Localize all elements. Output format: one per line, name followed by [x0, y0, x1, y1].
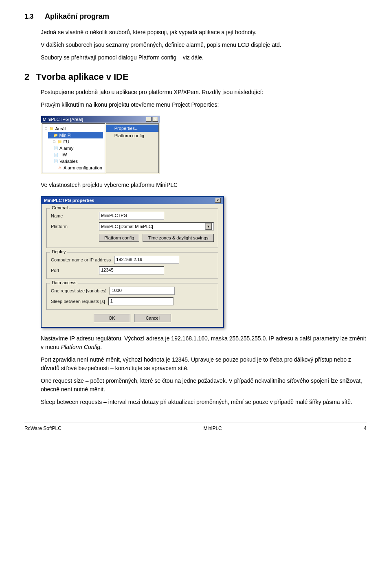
section2-intro: Postupujeme podobně jako u aplikace pro … [41, 88, 367, 97]
footer-center: MiniPLC [203, 426, 222, 431]
tree-item-areal: □ 📁 Areál [44, 125, 103, 132]
ctx-popup-properties[interactable]: Properties... [106, 125, 158, 132]
folder-icon: 📁 [48, 126, 54, 132]
platform-row: Platform MiniPLC [Domat MiniPLC] ▼ [51, 222, 214, 230]
props-dialog: MiniPLCTPG properties × General Name Min… [41, 196, 224, 328]
data-access-group: Data access One request size [variables]… [46, 283, 218, 310]
doc-icon-3: 📄 [53, 158, 59, 164]
port-row: Port 12345 [51, 266, 214, 274]
cancel-button[interactable]: Cancel [134, 314, 171, 322]
ctx-titlebar: MiniPLCTPG [Areál] _ × [41, 116, 160, 123]
platform-dropdown[interactable]: MiniPLC [Domat MiniPLC] ▼ [99, 222, 214, 230]
data-access-group-label: Data access [50, 280, 78, 285]
ctx-minimize-btn[interactable]: _ [146, 117, 152, 122]
request-size-label: One request size [variables] [51, 288, 106, 293]
props-dialog-screenshot: MiniPLCTPG properties × General Name Min… [41, 196, 367, 328]
chapter-num-2: 2 [24, 72, 29, 82]
props-close-btn[interactable]: × [215, 198, 221, 203]
dropdown-arrow[interactable]: ▼ [205, 223, 212, 230]
time-zones-btn[interactable]: Time zones & daylight savings [143, 234, 213, 242]
tree-item-fu: □ 📁 FU [52, 138, 103, 145]
doc-icon-2: 📄 [53, 152, 59, 158]
general-group-label: General [50, 205, 69, 210]
ip-label: Computer name or IP address [51, 257, 111, 262]
platform-config-btn[interactable]: Platform config [99, 234, 139, 242]
doc-icon-1: 📄 [53, 145, 59, 151]
props-title-text: MiniPLCTPG properties [44, 198, 94, 203]
name-label: Name [51, 213, 96, 218]
sleep-row: Sleep between requests [s] 1 [51, 297, 214, 305]
general-group: General Name MiniPLCTPG Platform MiniPLC… [46, 208, 218, 248]
sleep-label: Sleep between requests [s] [51, 299, 105, 304]
ctx-tree: □ 📁 Areál □ 📁 MiniPl □ � [42, 123, 105, 173]
props-body: General Name MiniPLCTPG Platform MiniPLC… [42, 204, 223, 327]
ip-input[interactable]: 192.168.2.19 [114, 256, 179, 264]
section-1-3: 1.3 Aplikační program Jedná se vlastně o… [24, 12, 367, 62]
ctx-close-btn[interactable]: × [152, 117, 158, 122]
context-menu-screenshot: MiniPLCTPG [Areál] _ × □ 📁 Areál [41, 116, 367, 174]
tree-item-variables: 📄 Variables [52, 158, 103, 165]
name-input[interactable]: MiniPLCTPG [99, 212, 164, 220]
port-input[interactable]: 12345 [99, 266, 164, 274]
alert-icon: ⚠ [57, 165, 63, 171]
props-titlebar: MiniPLCTPG properties × [42, 197, 223, 204]
ip-row: Computer name or IP address 192.168.2.19 [51, 256, 214, 264]
folder-icon-2: 📁 [53, 132, 58, 138]
para-1-3-3: Soubory se přehrávají pomocí dialogu Pla… [41, 53, 367, 62]
ctx-title-text: MiniPLCTPG [Areál] [43, 117, 83, 122]
ctx-title-buttons: _ × [146, 117, 158, 122]
name-row: Name MiniPLCTPG [51, 212, 214, 220]
section-number-1-3: 1.3 [24, 13, 37, 20]
tree-item-alarm-config: ⚠ Alarm configuration [56, 165, 103, 171]
platform-label: Platform [51, 224, 96, 229]
ctx-body: □ 📁 Areál □ 📁 MiniPl □ � [41, 123, 160, 174]
sleep-input[interactable]: 1 [108, 297, 174, 305]
tree-item-alarmy: 📄 Alarmy [52, 145, 103, 151]
tree-item-hw: 📄 HW [52, 151, 103, 158]
tree-item-minipl: □ 📁 MiniPl [48, 132, 103, 138]
ok-button[interactable]: OK [94, 314, 130, 322]
deploy-group-label: Deploy [50, 249, 67, 254]
para-1-3-1: Jedná se vlastně o několik souborů, kter… [41, 28, 367, 37]
ctx-popup-platform-config[interactable]: Platform config [106, 132, 158, 139]
footer-page-number: 4 [364, 426, 367, 431]
para-1-3-2: V dalších souborech jsou seznamy proměnn… [41, 41, 367, 49]
note-request: One request size – počet proměnných, kte… [41, 377, 367, 394]
request-size-row: One request size [variables] 1000 [51, 287, 214, 295]
section-2: 2 Tvorba aplikace v IDE Postupujeme podo… [24, 72, 367, 406]
ctx-menu-window: MiniPLCTPG [Areál] _ × □ 📁 Areál [41, 116, 160, 174]
deploy-group: Deploy Computer name or IP address 192.1… [46, 252, 218, 279]
ctx-popup-menu: Properties... Platform config [106, 123, 159, 173]
port-label: Port [51, 268, 96, 273]
footer-left: RcWare SoftPLC [24, 426, 62, 431]
request-size-input[interactable]: 1000 [110, 287, 175, 295]
section2-step2: Ve vlastnostech projektu vybereme platfo… [41, 181, 367, 189]
chapter-heading: 2 Tvorba aplikace v IDE [24, 72, 367, 82]
config-buttons: Platform config Time zones & daylight sa… [99, 234, 214, 242]
chapter-title-2: Tvorba aplikace v IDE [36, 72, 128, 82]
note-ip: Nastavíme IP adresu regulátoru. Výchozí … [41, 334, 367, 351]
note-port: Port zpravidla není nutné měnit, výchozí… [41, 355, 367, 373]
note-sleep: Sleep between requests – interval mezi d… [41, 398, 367, 406]
section-title-1-3: Aplikační program [45, 12, 109, 21]
folder-icon-3: 📁 [57, 139, 62, 145]
ok-cancel-row: OK Cancel [46, 314, 218, 322]
section2-step1: Pravým kliknutím na ikonu projektu otevř… [41, 101, 367, 109]
page-footer: RcWare SoftPLC MiniPLC 4 [24, 423, 367, 431]
